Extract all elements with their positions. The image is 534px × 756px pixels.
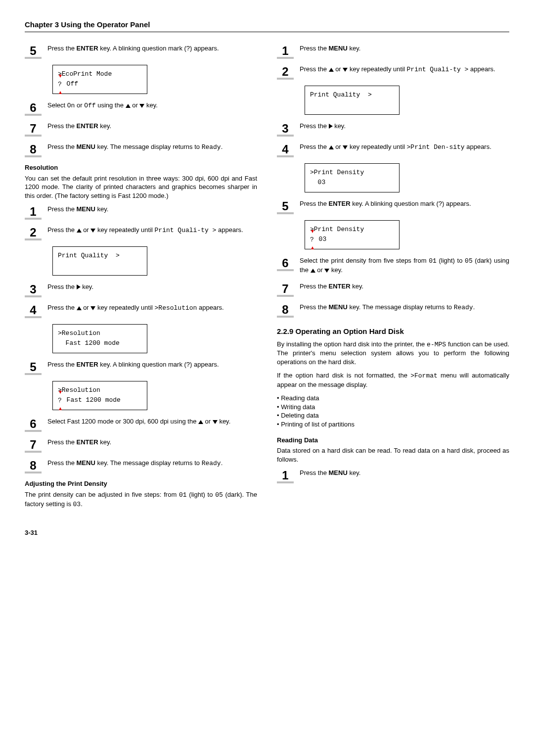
step-number: 4 — [25, 303, 42, 316]
read-step-1: 1 Press the MENU key. — [277, 469, 509, 481]
triangle-up-icon — [77, 229, 82, 233]
res-step-3: 3 Press the key. — [25, 283, 257, 295]
step-number: 3 — [277, 122, 294, 135]
step-8: 8 Press the MENU key. The message displa… — [25, 142, 257, 155]
triangle-up-icon — [77, 306, 82, 310]
resolution-paragraph: You can set the default print resolution… — [25, 174, 257, 200]
page-number: 3-31 — [25, 528, 257, 537]
res-step-1: 1 Press the MENU key. — [25, 205, 257, 218]
list-item: Writing data — [277, 403, 509, 412]
den-step-5: 5 Press the ENTER key. A blinking questi… — [277, 199, 509, 212]
step-number: 7 — [277, 282, 294, 295]
den-step-8: 8 Press the MENU key. The message displa… — [277, 303, 509, 316]
reading-data-heading: Reading Data — [277, 436, 509, 445]
den-step-4: 4 Press the or key repeatedly until >Pri… — [277, 142, 509, 155]
lcd-ecoprint: >EcoPrint Mode ? Off — [52, 65, 147, 94]
step-number: 1 — [277, 44, 294, 57]
step-number: 5 — [25, 44, 42, 57]
blink-cursor-icon: ? — [58, 396, 62, 406]
lcd-print-density-blink: >Print Density ? 03 — [305, 220, 400, 249]
blink-cursor-icon: ? — [310, 235, 314, 245]
den-step-3: 3 Press the key. — [277, 122, 509, 135]
step-number: 3 — [25, 283, 42, 295]
step-number: 8 — [25, 142, 42, 155]
res-step-6: 6 Select Fast 1200 mode or 300 dpi, 600 … — [25, 417, 257, 430]
left-column: 5 Press the ENTER key. A blinking questi… — [25, 39, 257, 537]
den-step-2: 2 Press the or key repeatedly until Prin… — [277, 65, 509, 78]
den-step-1: 1 Press the MENU key. — [277, 44, 509, 57]
density-heading: Adjusting the Print Density — [25, 479, 257, 488]
list-item: Reading data — [277, 394, 509, 403]
step-number: 5 — [277, 199, 294, 212]
lcd-print-quality: Print Quality > — [52, 246, 147, 276]
step-number: 1 — [277, 469, 294, 481]
triangle-right-icon — [77, 284, 81, 289]
step-number: 5 — [25, 360, 42, 373]
triangle-down-icon — [343, 68, 348, 72]
step-number: 4 — [277, 142, 294, 155]
lcd-print-density: >Print Density 03 — [305, 163, 400, 192]
hard-disk-para2: If the option hard disk is not formatted… — [277, 371, 509, 389]
triangle-down-icon — [343, 145, 348, 149]
step-number: 7 — [25, 438, 42, 451]
step-6: 6 Select On or Off using the or key. — [25, 101, 257, 114]
hard-disk-para1: By installing the option hard disk into … — [277, 340, 509, 367]
step-number: 2 — [25, 226, 42, 238]
step-number: 6 — [277, 256, 294, 269]
hard-disk-title: 2.2.9 Operating an Option Hard Disk — [277, 327, 509, 336]
den-step-7: 7 Press the ENTER key. — [277, 282, 509, 295]
list-item: Printing of list of partitions — [277, 420, 509, 429]
step-number: 2 — [277, 65, 294, 78]
triangle-down-icon — [213, 420, 218, 424]
den-step-6: 6 Select the print density from five ste… — [277, 256, 509, 274]
lcd-resolution-blink: >Resolution ? Fast 1200 mode — [52, 381, 147, 410]
res-step-7: 7 Press the ENTER key. — [25, 438, 257, 451]
right-column: 1 Press the MENU key. 2 Press the or key… — [277, 39, 509, 537]
res-step-5: 5 Press the ENTER key. A blinking questi… — [25, 360, 257, 373]
res-step-4: 4 Press the or key repeatedly until >Res… — [25, 303, 257, 316]
chapter-title: Chapter 3 Using the Operator Panel — [25, 20, 509, 32]
reading-data-paragraph: Data stored on a hard disk can be read. … — [277, 446, 509, 464]
lcd-resolution: >Resolution Fast 1200 mode — [52, 324, 147, 353]
res-step-8: 8 Press the MENU key. The message displa… — [25, 459, 257, 472]
triangle-up-icon — [329, 145, 334, 149]
step-number: 8 — [277, 303, 294, 316]
triangle-up-icon — [311, 269, 315, 273]
resolution-heading: Resolution — [25, 163, 257, 172]
list-item: Deleting data — [277, 411, 509, 420]
step-number: 7 — [25, 122, 42, 135]
step-7: 7 Press the ENTER key. — [25, 122, 257, 135]
step-number: 6 — [25, 101, 42, 114]
triangle-up-icon — [198, 420, 203, 424]
triangle-down-icon — [324, 269, 329, 273]
step-number: 1 — [25, 205, 42, 218]
triangle-down-icon — [90, 229, 95, 233]
triangle-up-icon — [329, 68, 334, 72]
triangle-down-icon — [90, 306, 95, 310]
triangle-right-icon — [329, 124, 333, 129]
blink-cursor-icon: ? — [58, 80, 62, 90]
triangle-down-icon — [139, 104, 144, 108]
step-number: 8 — [25, 459, 42, 472]
step-5: 5 Press the ENTER key. A blinking questi… — [25, 44, 257, 57]
step-number: 6 — [25, 417, 42, 430]
hard-disk-bullets: Reading data Writing data Deleting data … — [277, 394, 509, 428]
density-paragraph: The print density can be adjusted in fiv… — [25, 490, 257, 509]
lcd-print-quality-r: Print Quality > — [305, 86, 400, 115]
res-step-2: 2 Press the or key repeatedly until Prin… — [25, 226, 257, 238]
triangle-up-icon — [126, 104, 131, 108]
